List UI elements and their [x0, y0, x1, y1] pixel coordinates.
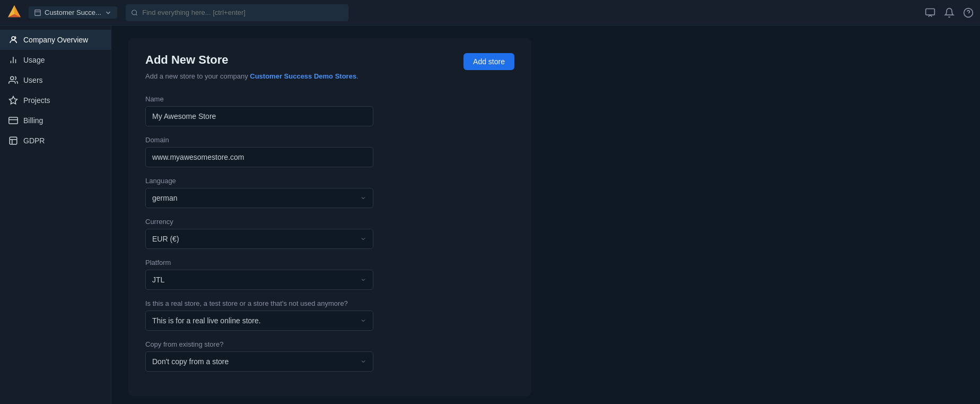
store-type-field-group: Is this a real store, a test store or a …	[145, 299, 514, 331]
help-icon[interactable]	[963, 7, 974, 18]
sidebar-item-label: Billing	[23, 116, 43, 125]
domain-field-group: Domain	[145, 136, 514, 167]
svg-rect-3	[35, 10, 41, 15]
subtitle-end: .	[356, 72, 358, 80]
currency-field-group: Currency EUR (€) USD ($) GBP (£)	[145, 218, 514, 249]
sidebar-item-label: Users	[23, 76, 43, 84]
svg-rect-18	[10, 137, 17, 144]
domain-input[interactable]	[145, 147, 373, 167]
bell-icon[interactable]	[944, 7, 955, 18]
sidebar-item-label: Company Overview	[23, 36, 88, 44]
name-field-group: Name	[145, 95, 514, 126]
search-bar[interactable]	[126, 4, 348, 21]
language-select[interactable]: german english french spanish	[145, 188, 373, 208]
page-title: Add New Store	[145, 53, 514, 67]
company-overview-icon	[8, 35, 18, 45]
gdpr-icon	[8, 136, 18, 145]
language-label: Language	[145, 177, 514, 185]
currency-select[interactable]: EUR (€) USD ($) GBP (£)	[145, 229, 373, 249]
store-type-label: Is this a real store, a test store or a …	[145, 299, 514, 307]
company-selector[interactable]: Customer Succe...	[29, 6, 117, 19]
subtitle-text: Add a new store to your company	[145, 72, 250, 80]
svg-marker-15	[10, 97, 18, 104]
svg-rect-16	[9, 117, 18, 124]
platform-field-group: Platform JTL Shopify WooCommerce Magento	[145, 259, 514, 290]
svg-point-5	[132, 10, 137, 15]
sidebar-item-label: GDPR	[23, 136, 45, 145]
svg-point-14	[11, 76, 14, 80]
sidebar-item-billing[interactable]: Billing	[0, 110, 111, 131]
svg-line-6	[136, 14, 137, 15]
copy-from-label: Copy from existing store?	[145, 340, 514, 348]
subtitle-link[interactable]: Customer Success Demo Stores	[250, 72, 356, 80]
add-store-button[interactable]: Add store	[463, 53, 514, 70]
search-input[interactable]	[142, 8, 343, 16]
svg-point-10	[12, 37, 15, 40]
currency-label: Currency	[145, 218, 514, 226]
copy-from-field-group: Copy from existing store? Don't copy fro…	[145, 340, 514, 372]
topbar-icons	[925, 7, 974, 18]
main-content: Add New Store Add a new store to your co…	[111, 25, 980, 404]
search-icon	[131, 9, 138, 16]
sidebar-item-label: Projects	[23, 96, 50, 105]
form-subtitle: Add a new store to your company Customer…	[145, 72, 514, 80]
projects-icon	[8, 96, 18, 105]
logo-icon[interactable]	[6, 4, 29, 22]
users-icon	[8, 75, 18, 85]
topbar: Customer Succe...	[0, 0, 980, 25]
notification-icon[interactable]	[925, 7, 935, 18]
platform-select[interactable]: JTL Shopify WooCommerce Magento	[145, 270, 373, 290]
usage-icon	[8, 55, 18, 65]
sidebar-item-projects[interactable]: Projects	[0, 90, 111, 110]
store-type-select[interactable]: This is for a real live online store. Th…	[145, 311, 373, 331]
sidebar-item-usage[interactable]: Usage	[0, 50, 111, 70]
sidebar: Company Overview Usage Users Projects	[0, 25, 111, 404]
add-store-form-card: Add New Store Add a new store to your co…	[128, 38, 531, 396]
sidebar-item-label: Usage	[23, 56, 45, 64]
sidebar-item-gdpr[interactable]: GDPR	[0, 131, 111, 151]
svg-rect-7	[926, 8, 935, 15]
sidebar-item-company-overview[interactable]: Company Overview	[0, 30, 111, 50]
name-label: Name	[145, 95, 514, 103]
copy-from-select[interactable]: Don't copy from a store	[145, 351, 373, 372]
name-input[interactable]	[145, 106, 373, 126]
sidebar-item-users[interactable]: Users	[0, 70, 111, 90]
company-label: Customer Succe...	[45, 8, 101, 16]
domain-label: Domain	[145, 136, 514, 144]
platform-label: Platform	[145, 259, 514, 267]
language-field-group: Language german english french spanish	[145, 177, 514, 208]
billing-icon	[8, 116, 18, 125]
layout: Company Overview Usage Users Projects	[0, 25, 980, 404]
